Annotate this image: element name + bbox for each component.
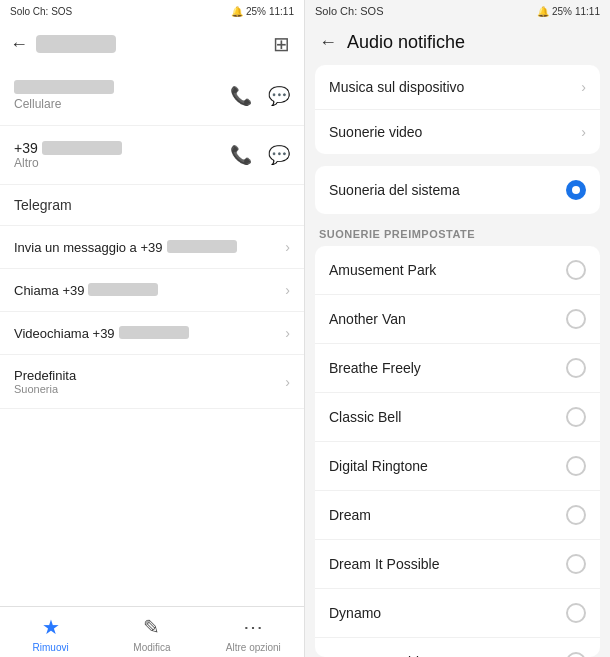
ringtone-another-van[interactable]: Another Van: [315, 295, 600, 344]
action-call-text: Chiama +39: [14, 283, 158, 298]
nav-modifica[interactable]: ✎ Modifica: [101, 615, 202, 653]
chat-icon-2[interactable]: 💬: [268, 144, 290, 166]
section-label-preimpostate: SUONERIE PREIMPOSTATE: [305, 222, 610, 246]
status-icons-right: 🔔 25% 11:11: [537, 6, 600, 17]
system-ringtone-row[interactable]: Suoneria del sistema: [315, 166, 600, 214]
telegram-label: Telegram: [14, 197, 72, 213]
option-suonerie-video-label: Suonerie video: [329, 124, 422, 140]
nav-altre-opzioni[interactable]: ⋯ Altre opzioni: [203, 615, 304, 653]
status-icons-left: 🔔 25% 11:11: [231, 6, 294, 17]
call-prefix: Chiama +39: [14, 283, 84, 298]
audio-header: ← Audio notifiche: [305, 22, 610, 65]
ringtone-list: Amusement Park Another Van Breathe Freel…: [315, 246, 600, 657]
ringtone-radio-4[interactable]: [566, 456, 586, 476]
alarm-icon: 🔔: [231, 6, 243, 17]
phone-row-1: Cellulare 📞 💬: [14, 74, 290, 117]
phone-row-1-left: Cellulare: [14, 80, 114, 111]
ringtone-radio-8[interactable]: [566, 652, 586, 657]
phone-section-2: +39 Altro 📞 💬: [0, 126, 304, 185]
phone-number-blur-1: [14, 80, 114, 94]
telegram-row: Telegram: [0, 185, 304, 226]
ringtone-radio-5[interactable]: [566, 505, 586, 525]
contact-header-left: ←: [10, 34, 116, 55]
ringtone-radio-7[interactable]: [566, 603, 586, 623]
phone-section-1: Cellulare 📞 💬: [0, 66, 304, 126]
action-videocall-text: Videochiama +39: [14, 326, 189, 341]
phone-icons-1: 📞 💬: [230, 85, 290, 107]
action-call[interactable]: Chiama +39 ›: [0, 269, 304, 312]
ringtone-amusement-park[interactable]: Amusement Park: [315, 246, 600, 295]
ringtone-radio-3[interactable]: [566, 407, 586, 427]
chevron-call: ›: [285, 282, 290, 298]
predefinita-sub: Suoneria: [14, 383, 76, 395]
audio-title: Audio notifiche: [347, 32, 465, 53]
ringtone-name-5: Dream: [329, 507, 371, 523]
ringtone-dynamo[interactable]: Dynamo: [315, 589, 600, 638]
ringtone-name-3: Classic Bell: [329, 409, 401, 425]
call-icon-1[interactable]: 📞: [230, 85, 252, 107]
send-prefix: Invia un messaggio a +39: [14, 240, 163, 255]
status-bar-left: Solo Ch: SOS 🔔 25% 11:11: [0, 0, 304, 22]
battery-left: 25%: [246, 6, 266, 17]
videocall-prefix: Videochiama +39: [14, 326, 115, 341]
ringtone-name-1: Another Van: [329, 311, 406, 327]
contact-header: ← ⊞: [0, 22, 304, 66]
ringtone-name-7: Dynamo: [329, 605, 381, 621]
back-button-right[interactable]: ←: [319, 32, 337, 53]
option-suonerie-video[interactable]: Suonerie video ›: [315, 110, 600, 154]
phone-num2-blur: [42, 141, 122, 155]
send-blur: [167, 240, 237, 253]
ringtone-digital-ringtone[interactable]: Digital Ringtone: [315, 442, 600, 491]
ringtone-radio-1[interactable]: [566, 309, 586, 329]
left-panel: Solo Ch: SOS 🔔 25% 11:11 ← ⊞ Cellulare 📞…: [0, 0, 305, 657]
call-blur: [88, 283, 158, 296]
phone-label-2: Altro: [14, 156, 122, 170]
contact-name-blur: [36, 35, 116, 53]
call-icon-2[interactable]: 📞: [230, 144, 252, 166]
action-send-text: Invia un messaggio a +39: [14, 240, 237, 255]
status-network-right: Solo Ch: SOS: [315, 5, 383, 17]
modifica-label: Modifica: [133, 642, 170, 653]
predefinita-row[interactable]: Predefinita Suoneria ›: [0, 355, 304, 409]
ringtone-radio-0[interactable]: [566, 260, 586, 280]
status-network-left: Solo Ch: SOS: [10, 6, 72, 17]
ringtone-name-2: Breathe Freely: [329, 360, 421, 376]
chevron-predefinita: ›: [285, 374, 290, 390]
ringtone-dream[interactable]: Dream: [315, 491, 600, 540]
status-bar-right: Solo Ch: SOS 🔔 25% 11:11: [305, 0, 610, 22]
phone-row-2: +39 Altro 📞 💬: [14, 134, 290, 176]
altre-opzioni-label: Altre opzioni: [226, 642, 281, 653]
phone-label-1: Cellulare: [14, 97, 114, 111]
phone-number-2: +39: [14, 140, 122, 156]
chevron-suonerie-video: ›: [581, 124, 586, 140]
altre-opzioni-icon: ⋯: [243, 615, 263, 639]
ringtone-breathe-freely[interactable]: Breathe Freely: [315, 344, 600, 393]
ringtone-radio-2[interactable]: [566, 358, 586, 378]
phone-row-2-left: +39 Altro: [14, 140, 122, 170]
back-button-left[interactable]: ←: [10, 34, 28, 55]
predefinita-left: Predefinita Suoneria: [14, 368, 76, 395]
rimuovi-icon: ★: [42, 615, 60, 639]
qr-icon[interactable]: ⊞: [273, 32, 290, 56]
alarm-icon-right: 🔔: [537, 6, 549, 17]
ringtone-fantasy-world[interactable]: Fantasy World: [315, 638, 600, 657]
chevron-musica: ›: [581, 79, 586, 95]
ringtone-classic-bell[interactable]: Classic Bell: [315, 393, 600, 442]
phone-icons-2: 📞 💬: [230, 144, 290, 166]
action-videocall[interactable]: Videochiama +39 ›: [0, 312, 304, 355]
time-right: 11:11: [575, 6, 600, 17]
rimuovi-label: Rimuovi: [33, 642, 69, 653]
ringtone-name-0: Amusement Park: [329, 262, 436, 278]
nav-rimuovi[interactable]: ★ Rimuovi: [0, 615, 101, 653]
ringtone-name-4: Digital Ringtone: [329, 458, 428, 474]
chevron-videocall: ›: [285, 325, 290, 341]
ringtone-dream-it-possible[interactable]: Dream It Possible: [315, 540, 600, 589]
chat-icon-1[interactable]: 💬: [268, 85, 290, 107]
ringtone-radio-6[interactable]: [566, 554, 586, 574]
action-send-message[interactable]: Invia un messaggio a +39 ›: [0, 226, 304, 269]
option-musica[interactable]: Musica sul dispositivo ›: [315, 65, 600, 110]
system-ringtone-radio[interactable]: [566, 180, 586, 200]
phone-prefix-2: +39: [14, 140, 38, 156]
ringtone-name-6: Dream It Possible: [329, 556, 439, 572]
right-panel: Solo Ch: SOS 🔔 25% 11:11 ← Audio notific…: [305, 0, 610, 657]
